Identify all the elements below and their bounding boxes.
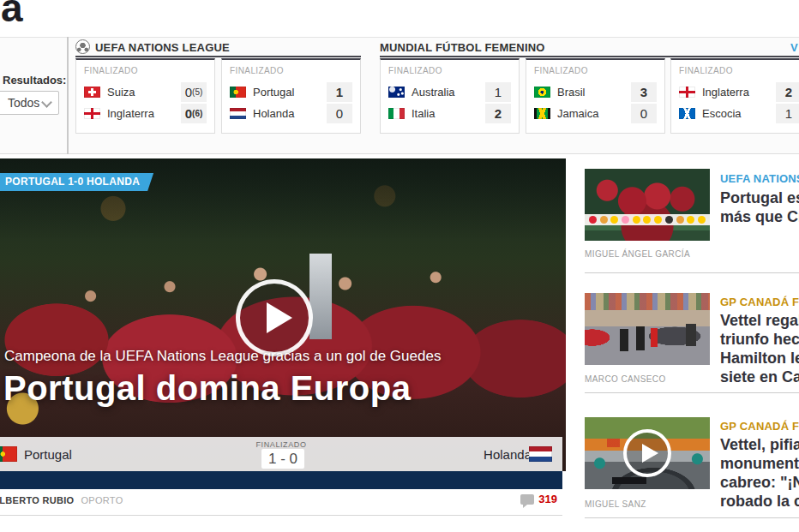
article-kicker[interactable]: UEFA NATIONS xyxy=(720,172,799,185)
score-box: 1 xyxy=(776,104,799,123)
hero-subtitle: Campeona de la UEFA Nations League graci… xyxy=(4,348,441,365)
article-headline[interactable]: Vettel regala triunfo hecho Hamilton le … xyxy=(720,311,799,386)
page: a Resultados: Todos UEFA NATIONS LEAGUE … xyxy=(0,0,799,532)
team-name: Portugal xyxy=(253,86,327,99)
match-status: FINALIZADO xyxy=(230,66,352,75)
play-button-icon[interactable] xyxy=(236,279,313,356)
thumbnail-crowd-art xyxy=(585,293,710,310)
match-status: FINALIZADO xyxy=(84,66,207,75)
see-more-link[interactable]: V xyxy=(790,41,798,54)
flag-scotland-icon xyxy=(679,108,695,119)
author-location: OPORTO xyxy=(81,495,123,505)
hero-headline[interactable]: Portugal domina Europa xyxy=(3,369,411,408)
flag-netherlands-icon xyxy=(230,108,246,119)
match-status: FINALIZADO xyxy=(388,66,511,75)
team-row: Inglaterra 2 xyxy=(679,82,799,102)
score-box: 3 xyxy=(631,82,657,102)
team-name: Escocia xyxy=(702,107,776,120)
score-box: 1 xyxy=(327,82,352,102)
team-name: Inglaterra xyxy=(702,86,776,99)
comment-bubble-icon xyxy=(520,494,534,505)
hero-match-bar: Portugal FINALIZADO 1 - 0 Holanda xyxy=(0,437,562,471)
team-row: Suiza 0(5) xyxy=(84,82,207,102)
match-status: FINALIZADO xyxy=(679,66,799,75)
divider xyxy=(585,272,799,273)
team-name: Jamaica xyxy=(557,107,631,120)
soccer-ball-icon xyxy=(75,39,90,54)
site-logo-fragment: a xyxy=(1,0,23,31)
match-card-brasil-jamaica[interactable]: FINALIZADO Brasil 3 Jamaica 0 xyxy=(526,58,665,134)
score-box: 0 xyxy=(327,104,352,123)
article-headline[interactable]: Vettel, pifia y monumental cabreo: "¡Nos… xyxy=(720,435,799,511)
match-card-suiza-inglaterra[interactable]: FINALIZADO Suiza 0(5) Inglaterra 0(6) xyxy=(75,58,215,134)
team-row: Australia 1 xyxy=(388,82,511,102)
results-filter-dropdown[interactable]: Todos xyxy=(0,91,59,115)
flag-england-icon xyxy=(84,108,100,119)
divider xyxy=(0,515,562,516)
flag-netherlands-icon xyxy=(529,446,552,462)
flag-australia-icon xyxy=(388,87,405,98)
team-row: Brasil 3 xyxy=(534,82,657,102)
chevron-down-icon xyxy=(41,97,52,108)
final-score: 1 - 0 xyxy=(261,449,304,469)
flag-england-icon xyxy=(679,87,695,98)
article-thumbnail[interactable] xyxy=(585,293,710,365)
article-byline: MIGUEL ÁNGEL GARCÍA xyxy=(585,249,690,259)
team-row: Holanda 0 xyxy=(230,104,352,123)
score-box: 0(6) xyxy=(181,104,207,123)
article-kicker[interactable]: GP CANADÁ F1 xyxy=(720,420,799,433)
team-name: Inglaterra xyxy=(107,107,181,120)
article-kicker[interactable]: GP CANADÁ F1 xyxy=(720,296,799,308)
team-name: Brasil xyxy=(557,86,631,99)
away-team-name: Holanda xyxy=(484,447,532,462)
navy-bar xyxy=(0,471,562,489)
flag-italy-icon xyxy=(388,108,405,119)
score-box: 2 xyxy=(776,82,799,102)
match-card-inglaterra-escocia[interactable]: FINALIZADO Inglaterra 2 Escocia 1 xyxy=(670,58,799,134)
section-underline xyxy=(75,56,361,57)
match-card-portugal-holanda[interactable]: FINALIZADO Portugal 1 Holanda 0 xyxy=(221,58,361,134)
team-row: Italia 2 xyxy=(388,104,511,123)
section-underline xyxy=(380,56,799,57)
author-name: ALBERTO RUBIO xyxy=(0,495,74,505)
emoji-reactions-overlay xyxy=(585,214,710,225)
score-box: 0 xyxy=(631,104,657,123)
comment-count: 319 xyxy=(538,493,557,505)
flag-jamaica-icon xyxy=(534,108,550,119)
score-box: 0(5) xyxy=(181,82,207,102)
scoreboard-left-divider xyxy=(67,37,69,154)
team-name: Australia xyxy=(412,86,485,99)
team-row: Inglaterra 0(6) xyxy=(84,104,207,123)
results-filter-label: Resultados: xyxy=(3,74,66,87)
team-row: Jamaica 0 xyxy=(534,104,657,123)
score-box: 2 xyxy=(485,104,511,123)
team-name: Holanda xyxy=(253,107,327,120)
divider xyxy=(585,392,799,393)
team-row: Portugal 1 xyxy=(230,82,352,102)
play-button-icon[interactable] xyxy=(623,429,671,477)
hero-article: PORTUGAL 1-0 HOLANDA Campeona de la UEFA… xyxy=(0,158,566,516)
flag-switzerland-icon xyxy=(84,87,100,98)
team-row: Escocia 1 xyxy=(679,104,799,123)
comments-counter[interactable]: 319 xyxy=(520,493,557,505)
flag-brazil-icon xyxy=(534,87,550,98)
section-title-uefa-nations-league: UEFA NATIONS LEAGUE xyxy=(95,41,230,54)
home-team-name: Portugal xyxy=(24,447,72,462)
team-name: Suiza xyxy=(107,86,181,99)
match-status: FINALIZADO xyxy=(0,440,562,449)
hero-byline: ALBERTO RUBIO OPORTO xyxy=(0,495,123,505)
score-box: 1 xyxy=(485,82,511,102)
results-filter-value: Todos xyxy=(8,96,39,110)
divider xyxy=(585,517,799,518)
section-title-mundial-femenino: MUNDIAL FÚTBOL FEMENINO xyxy=(380,41,545,54)
article-thumbnail[interactable] xyxy=(585,417,710,489)
article-headline[interactable]: Portugal es m más que Cris xyxy=(720,188,799,226)
hero-match-badge[interactable]: PORTUGAL 1-0 HOLANDA xyxy=(0,173,153,191)
article-byline: MARCO CANSECO xyxy=(585,374,666,384)
flag-portugal-icon xyxy=(230,87,246,98)
team-name: Italia xyxy=(412,107,485,120)
match-card-australia-italia[interactable]: FINALIZADO Australia 1 Italia 2 xyxy=(380,58,520,134)
match-status: FINALIZADO xyxy=(534,66,657,75)
article-byline: MIGUEL SANZ xyxy=(585,499,646,509)
article-thumbnail[interactable] xyxy=(585,169,710,241)
